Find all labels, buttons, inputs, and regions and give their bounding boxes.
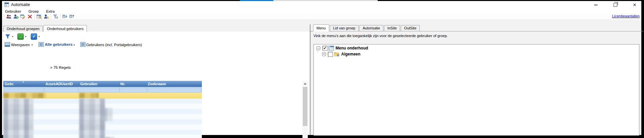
- app-window: Autorisatie × Gebruiker Groep Extra: [0, 0, 644, 138]
- main-toolbar: Licentieaantallen: [2, 14, 641, 19]
- minimize-icon: [594, 5, 598, 5]
- sort-ascending-icon: ▲: [22, 81, 24, 83]
- window-title: Autorisatie: [11, 2, 30, 7]
- filter-icon: [53, 14, 58, 19]
- filter-cell[interactable]: [121, 88, 147, 92]
- license-counts-link[interactable]: Licentieaantallen: [612, 14, 640, 18]
- redacted-column: [3, 99, 33, 138]
- table-header-row: ▲ Gebr. AzureADUserID Gebruiker Nr. Zoek…: [3, 81, 202, 87]
- view-grid-button[interactable]: [36, 14, 43, 19]
- views-icon: [5, 42, 10, 47]
- users-button[interactable]: [5, 14, 12, 19]
- toolbar-separator: [34, 14, 35, 19]
- col-header-nr[interactable]: Nr.: [120, 82, 125, 86]
- redacted-cell: [79, 93, 99, 98]
- table-vertical-scrollbar[interactable]: [302, 81, 308, 138]
- redacted-cell: [103, 108, 113, 121]
- minimize-button[interactable]: [592, 2, 600, 8]
- add-user-icon: [13, 14, 19, 19]
- menu-tab-description: Vink de menu's aan die toegankelijk zijn…: [313, 34, 448, 38]
- checkbox-algemeen[interactable]: [328, 52, 333, 57]
- panel-splitter[interactable]: [310, 24, 310, 135]
- user-filter-caret-icon[interactable]: ▾: [74, 43, 75, 46]
- views-caret-icon[interactable]: ▾: [31, 43, 33, 46]
- close-button[interactable]: ×: [631, 2, 639, 8]
- app-icon: [4, 2, 9, 7]
- left-tab-strip: Onderhoud groepen Onderhoud gebruikers: [2, 25, 311, 32]
- col-header-gebruiker[interactable]: Gebruiker: [80, 82, 98, 86]
- tab-lid-van-groep[interactable]: Lid van groep: [330, 25, 359, 31]
- tab-outsite[interactable]: OutSite: [401, 25, 420, 31]
- selected-table-row[interactable]: [3, 93, 202, 99]
- tab-autorisatie[interactable]: Autorisatie: [359, 25, 383, 31]
- right-tab-strip: Menu Lid van groep Autorisatie InSite Ou…: [310, 24, 643, 31]
- scroll-up-icon[interactable]: [304, 83, 306, 85]
- expand-plus-down-icon: [62, 14, 68, 19]
- select-filter-caret-icon[interactable]: ▾: [38, 35, 40, 38]
- user-filter-selection-label[interactable]: Alle gebruikers: [45, 42, 73, 46]
- check-icon: ✓: [323, 46, 327, 50]
- folder-gear-icon: [334, 52, 340, 56]
- portal-users-icon: [80, 42, 86, 47]
- toolbar-separator: [60, 14, 60, 19]
- menu-groep[interactable]: Groep: [25, 9, 42, 14]
- delete-button[interactable]: [26, 14, 33, 19]
- restore-icon: [614, 3, 617, 7]
- filter-funnel-icon: [5, 34, 11, 39]
- views-dropdown-label[interactable]: Weergaven: [11, 43, 30, 47]
- expand-plus-up-icon: [69, 14, 75, 19]
- collapse-all-button[interactable]: [69, 14, 76, 19]
- table-filter-row[interactable]: [3, 87, 202, 93]
- menu-extra[interactable]: Extra: [42, 9, 58, 14]
- tree-label-algemeen[interactable]: Algemeen: [341, 52, 360, 56]
- green-arrow-icon: →: [17, 33, 24, 40]
- tab-menu[interactable]: Menu: [313, 24, 329, 31]
- apply-filter-button[interactable]: →: [17, 33, 24, 40]
- menu-tree: − ✓ Menu onderhoud + Algemeen: [313, 44, 639, 136]
- menu-gebruiker[interactable]: Gebruiker: [2, 9, 25, 14]
- select-filter-button[interactable]: ✓: [31, 33, 37, 40]
- expand-all-button[interactable]: [61, 14, 69, 19]
- col-header-gebr[interactable]: Gebr.: [5, 82, 14, 86]
- blue-check-icon: ✓: [31, 33, 37, 40]
- add-user-button[interactable]: [12, 14, 19, 19]
- close-icon: ×: [633, 2, 636, 8]
- restore-button[interactable]: [611, 2, 619, 8]
- filter-toolbar-button[interactable]: [52, 14, 59, 19]
- user-filter-icon: [38, 42, 44, 47]
- filter-caret-icon[interactable]: ▾: [12, 35, 13, 38]
- expand-expander-icon[interactable]: +: [322, 52, 326, 56]
- users-icon: [6, 14, 12, 19]
- find-grid-icon: [36, 14, 42, 19]
- filter-cell[interactable]: [80, 88, 119, 92]
- filter-cell[interactable]: [148, 88, 201, 92]
- tree-item-algemeen[interactable]: + Algemeen: [322, 51, 360, 57]
- edit-grid-icon: [20, 14, 26, 19]
- user-key-icon: [43, 14, 49, 19]
- filter-cell[interactable]: [4, 88, 44, 92]
- checkbox-menu-onderhoud[interactable]: ✓: [323, 46, 328, 51]
- col-header-zoeknaam[interactable]: Zoeknaam: [148, 82, 166, 86]
- table-rows-area[interactable]: [3, 99, 202, 138]
- scrollbar-thumb[interactable]: [303, 87, 307, 126]
- menu-bar: Gebruiker Groep Extra: [2, 9, 641, 14]
- user-permissions-button[interactable]: [43, 14, 50, 19]
- edit-button[interactable]: [19, 14, 26, 19]
- portal-users-label[interactable]: Gebruikers (incl. Portalgebruikers): [86, 43, 142, 47]
- toolbar-separator: [51, 14, 51, 19]
- col-header-azureaduserid[interactable]: AzureADUserID: [45, 82, 73, 86]
- row-count-label: > 75 Regels: [50, 65, 71, 70]
- tab-onderhoud-groepen[interactable]: Onderhoud groepen: [3, 26, 43, 32]
- tree-item-menu-onderhoud[interactable]: − ✓ Menu onderhoud: [316, 45, 368, 51]
- users-tab-page: ▾ → ▾ ✓ ▾ > 75 Regels Weergaven ▾ Alle g…: [2, 32, 310, 135]
- tab-onderhoud-gebruikers[interactable]: Onderhoud gebruikers: [43, 25, 87, 32]
- tab-insite[interactable]: InSite: [384, 25, 400, 31]
- filter-cell[interactable]: [45, 88, 78, 92]
- redacted-column: [79, 99, 105, 138]
- redacted-cell: [3, 93, 46, 98]
- filter-dropdown-button[interactable]: [5, 34, 11, 39]
- menu-table-icon: [329, 46, 334, 50]
- tree-label-menu-onderhoud[interactable]: Menu onderhoud: [336, 46, 368, 50]
- title-bar: Autorisatie ×: [2, 1, 641, 9]
- apply-filter-caret-icon[interactable]: ▾: [25, 35, 26, 38]
